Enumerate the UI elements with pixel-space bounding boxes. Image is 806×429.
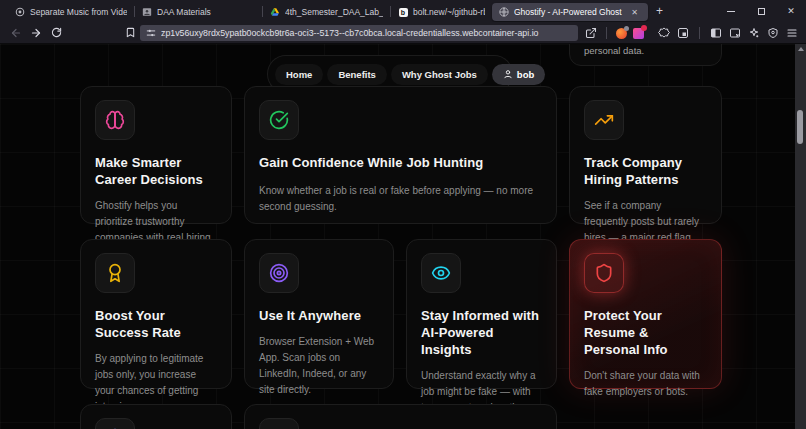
bolt-icon: b	[398, 7, 408, 17]
page-content: personal data. Home Benefits Why Ghost J…	[0, 44, 806, 429]
toolbar-right-icons	[658, 24, 798, 42]
card-description: Know whether a job is real or fake befor…	[259, 183, 542, 215]
tab-title: DAA Materials	[157, 7, 255, 17]
bookmark-icon[interactable]	[120, 24, 140, 42]
save-panel-icon[interactable]	[729, 27, 741, 39]
award-icon	[95, 253, 135, 293]
brain-icon	[95, 100, 135, 140]
shield-icon	[584, 253, 624, 293]
site-permissions-icon[interactable]	[146, 28, 156, 38]
user-name: bob	[517, 69, 534, 80]
scroll-up-arrow-icon[interactable]	[798, 47, 804, 51]
page-scrollbar[interactable]	[795, 44, 806, 429]
tab-bar: Separate Music from Video DAA Materials …	[0, 0, 806, 22]
tab-ghostify-active[interactable]: Ghostify - AI-Powered Ghost Job ✕	[492, 3, 648, 21]
extension-firefox-icon[interactable]	[616, 28, 627, 39]
card-title: Stay Informed with AI-Powered Insights	[421, 308, 542, 359]
feature-card-partial-wide[interactable]	[244, 404, 557, 429]
tracking-shield-icon[interactable]	[767, 27, 779, 39]
sidebar-toggle-icon[interactable]	[710, 27, 722, 39]
user-menu-button[interactable]: bob	[492, 64, 545, 85]
account-badge-icon[interactable]	[658, 27, 670, 39]
extension-badge	[624, 26, 629, 31]
user-icon	[503, 69, 513, 79]
close-tab-icon[interactable]: ✕	[628, 7, 641, 18]
new-tab-button[interactable]: +	[648, 4, 671, 18]
card-title: Use It Anywhere	[259, 308, 379, 325]
nav-item-why-ghost-jobs[interactable]: Why Ghost Jobs	[391, 64, 488, 85]
maximize-button[interactable]	[746, 0, 776, 22]
tab-daa-lab-programs[interactable]: 4th_Semester_DAA_Lab_Programs - G	[263, 3, 390, 21]
classroom-favicon-icon	[142, 7, 152, 17]
feature-card-use-anywhere[interactable]: Use It Anywhere Browser Extension + Web …	[244, 239, 394, 389]
tab-bolt-new[interactable]: b bolt.new/~/github-rbdsaaqe	[391, 3, 492, 21]
container-tab-icon[interactable]	[677, 27, 689, 39]
scrollbar-thumb[interactable]	[797, 110, 803, 144]
feature-card-smarter-decisions[interactable]: Make Smarter Career Decisions Ghostify h…	[80, 86, 232, 224]
leftover-text: personal data.	[584, 45, 644, 56]
card-title: Protect Your Resume & Personal Info	[584, 308, 707, 359]
tab-daa-materials[interactable]: DAA Materials	[135, 3, 262, 21]
card-description: Browser Extension + Web App. Scan jobs o…	[259, 334, 379, 398]
feature-card-protect-resume[interactable]: Protect Your Resume & Personal Info Don'…	[569, 239, 722, 389]
feature-card-hiring-patterns[interactable]: Track Company Hiring Patterns See if a c…	[569, 86, 722, 224]
browser-window: Separate Music from Video DAA Materials …	[0, 0, 806, 429]
card-title: Boost Your Success Rate	[95, 308, 217, 342]
address-bar[interactable]: zp1v56uxy8rdx5ypatb0ockcb9tr6a-oci3--517…	[140, 25, 578, 41]
tab-title: bolt.new/~/github-rbdsaaqe	[413, 7, 485, 17]
card-title: Gain Confidence While Job Hunting	[259, 155, 542, 172]
feature-card-gain-confidence[interactable]: Gain Confidence While Job Hunting Know w…	[244, 86, 557, 224]
eye-icon	[421, 253, 461, 293]
toolbar-separator	[606, 27, 607, 39]
nav-item-home[interactable]: Home	[275, 64, 323, 85]
target-icon	[259, 253, 299, 293]
tab-separate-music[interactable]: Separate Music from Video	[8, 3, 134, 21]
url-text[interactable]: zp1v56uxy8rdx5ypatb0ockcb9tr6a-oci3--517…	[161, 28, 539, 38]
forward-button[interactable]	[26, 24, 46, 42]
ai-sparkle-icon[interactable]	[748, 27, 760, 39]
check-circle-icon	[259, 100, 299, 140]
back-button[interactable]	[6, 24, 26, 42]
window-controls: ✕	[716, 0, 806, 22]
menu-icon[interactable]	[786, 27, 798, 39]
site-favicon-icon	[15, 7, 25, 17]
google-drive-icon	[270, 7, 280, 17]
toolbar-separator	[699, 27, 700, 39]
globe-icon	[499, 7, 509, 17]
reload-button[interactable]	[46, 24, 66, 42]
card-description: Don't share your data with fake employer…	[584, 368, 707, 400]
navigation-toolbar: zp1v56uxy8rdx5ypatb0ockcb9tr6a-oci3--517…	[0, 22, 806, 44]
trending-up-icon	[584, 100, 624, 140]
feature-card-partial-left[interactable]	[80, 404, 232, 429]
extension-alert-icon[interactable]	[633, 28, 644, 39]
scrolled-card-remainder: personal data.	[569, 44, 722, 66]
bell-icon	[95, 418, 135, 429]
share-icon[interactable]	[585, 27, 597, 39]
minimize-button[interactable]	[716, 0, 746, 22]
close-window-button[interactable]: ✕	[776, 0, 806, 22]
tab-title: Separate Music from Video	[30, 7, 127, 17]
tab-title: 4th_Semester_DAA_Lab_Programs - G	[285, 7, 383, 17]
feature-card-success-rate[interactable]: Boost Your Success Rate By applying to l…	[80, 239, 232, 389]
tab-title: Ghostify - AI-Powered Ghost Job	[514, 7, 623, 17]
users-icon	[259, 418, 299, 429]
extension-badge	[641, 25, 647, 31]
card-title: Track Company Hiring Patterns	[584, 155, 707, 189]
card-title: Make Smarter Career Decisions	[95, 155, 217, 189]
feature-card-ai-insights[interactable]: Stay Informed with AI-Powered Insights U…	[406, 239, 557, 389]
nav-item-benefits[interactable]: Benefits	[327, 64, 386, 85]
